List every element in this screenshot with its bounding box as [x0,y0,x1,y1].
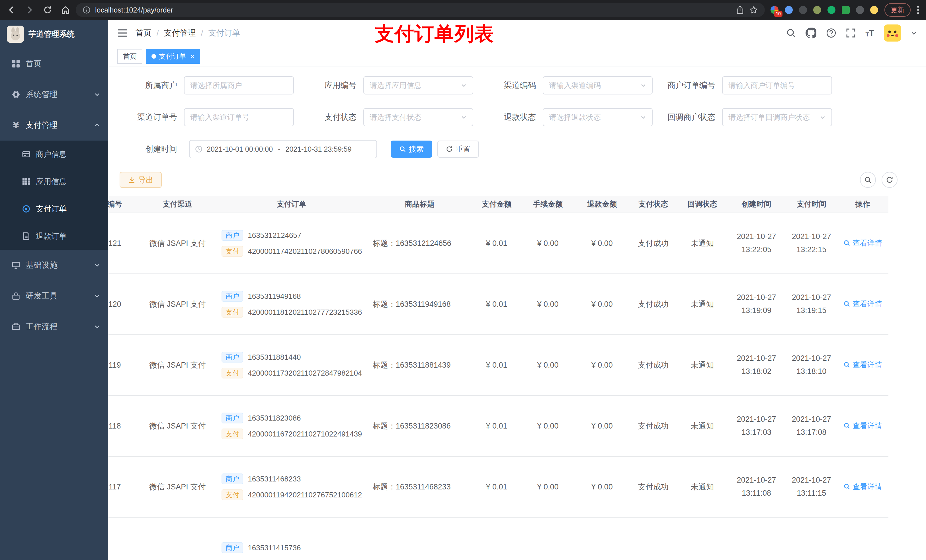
pay-tag: 支付 [221,489,243,500]
cell-id: 120 [108,274,139,335]
merchant-tag: 商户 [221,542,243,553]
search-icon[interactable] [786,28,796,38]
url-text: localhost:1024/pay/order [95,6,732,14]
font-size-icon[interactable]: TT [865,29,874,37]
browser-forward-button[interactable] [25,5,34,15]
pay-order-no: 4200001173202110272847982104 [248,369,362,377]
view-detail-link[interactable]: 查看详情 [843,421,882,431]
placeholder-text: 请选择所属商户 [190,80,287,91]
cell-notify-status: 未通知 [678,335,727,395]
sidebar-item-merchant-card[interactable]: 商户信息 [0,140,108,168]
cell-refund-amount: ¥ 0.00 [575,274,629,335]
sidebar-item-dev-tools[interactable]: 研发工具 [0,281,108,311]
sidebar-item-infra-monitor[interactable]: 基础设施 [0,250,108,281]
toggle-search-button[interactable] [860,172,876,188]
cell-goods-title [367,517,472,560]
sidebar-item-order-target[interactable]: 支付订单 [0,195,108,222]
filter-select[interactable]: 请选择订单回调商户状态 [722,108,832,126]
merchant-tag: 商户 [221,474,243,484]
user-avatar[interactable] [884,24,901,42]
breadcrumb-pay-management[interactable]: 支付管理 [164,27,196,38]
cell-actions: 查看详情 [837,335,888,395]
merchant-tag: 商户 [221,352,243,362]
github-icon[interactable] [805,27,816,38]
address-bar[interactable]: localhost:1024/pay/order [76,3,765,17]
filter-field: 应用编号请选择应用信息 [299,76,473,95]
filter-select[interactable]: 请选择支付状态 [363,108,473,126]
site-info-icon[interactable] [83,6,91,14]
filter-row-1: 所属商户请选择所属商户应用编号请选择应用信息渠道编码请输入渠道编码商户订单编号请… [120,76,915,95]
extension-emoji-icon[interactable] [870,6,878,14]
browser-back-button[interactable] [7,5,16,15]
view-detail-link[interactable]: 查看详情 [843,482,882,492]
clock-icon [195,145,203,153]
sidebar-item-home[interactable]: 首页 [0,48,108,79]
cell-notify-status: 未通知 [678,456,727,517]
extension-colorful-icon[interactable]: 10 [770,6,779,14]
chrome-update-button[interactable]: 更新 [884,3,911,17]
sidebar-item-app-grid[interactable]: 应用信息 [0,168,108,195]
pay-tag: 支付 [221,307,243,318]
cell-pay-status: 支付成功 [629,395,678,456]
tab-pay-order[interactable]: 支付订单 × [146,49,200,64]
app-shell: 芋道管理系统 首页系统管理¥支付管理商户信息应用信息支付订单退款订单基础设施研发… [0,20,926,560]
view-detail-link[interactable]: 查看详情 [843,360,882,370]
search-button[interactable]: 搜索 [391,140,432,158]
main-area: 首页 / 支付管理 / 支付订单 支付订单列表 TT 首页 支付订单 [108,20,926,560]
extension-blue-icon[interactable] [785,6,793,14]
date-range-picker[interactable]: 2021-10-01 00:00:00 - 2021-10-31 23:59:5… [189,140,377,158]
filter-select[interactable]: 请选择应用信息 [363,76,473,95]
fullscreen-icon[interactable] [846,28,856,38]
sidebar-item-label: 退款订单 [36,231,100,241]
refresh-table-button[interactable] [882,172,897,188]
extension-puzzle-icon[interactable] [856,6,864,14]
app-logo[interactable]: 芋道管理系统 [0,20,108,48]
extension-green-check-icon[interactable] [828,6,835,14]
col-channel: 支付渠道 [139,196,216,213]
filter-input[interactable]: 请选择所属商户 [184,76,294,95]
cell-notify-status: 未通知 [678,274,727,335]
filter-label: 支付状态 [299,112,363,123]
bookmark-star-icon[interactable] [749,6,758,14]
extension-green-square-icon[interactable] [842,6,850,14]
help-icon[interactable] [826,28,836,38]
export-button[interactable]: 导出 [120,172,162,188]
filter-select[interactable]: 请选择退款状态 [543,108,653,126]
tab-home[interactable]: 首页 [117,49,142,64]
merchant-tag: 商户 [221,413,243,423]
sidebar-item-label: 支付管理 [26,120,94,131]
filter-input[interactable]: 请输入商户订单编号 [722,76,832,95]
cell-fee-amount: ¥ 0.00 [521,213,575,274]
sidebar-item-yen[interactable]: ¥支付管理 [0,110,108,140]
chevron-up-icon [94,122,100,128]
chevron-down-icon [820,114,826,120]
cell-create-time: 2021-10-2713:18:02 [727,335,786,395]
avatar-caret-down-icon[interactable] [911,30,917,36]
view-detail-link[interactable]: 查看详情 [843,299,882,309]
sidebar-item-label: 工作流程 [26,321,94,332]
tab-close-icon[interactable]: × [190,53,195,60]
filter-input[interactable]: 请输入渠道订单号 [184,108,294,126]
browser-home-button[interactable] [61,5,70,15]
extension-olive-icon[interactable] [813,6,821,14]
cell-channel: 微信 JSAPI 支付 [139,456,216,517]
reset-button[interactable]: 重置 [437,140,479,158]
extension-dark-icon[interactable] [799,6,807,14]
breadcrumb-home[interactable]: 首页 [136,27,151,38]
sidebar-item-refund-doc[interactable]: 退款订单 [0,222,108,250]
orders-table: 编号支付渠道支付订单商品标题支付金额手续金额退款金额支付状态回调状态创建时间支付… [108,196,888,560]
sidebar-item-workflow-case[interactable]: 工作流程 [0,311,108,342]
share-icon[interactable] [736,6,744,14]
app-grid-icon [22,177,31,186]
browser-reload-button[interactable] [43,6,52,14]
merchant-card-icon [22,150,31,158]
cell-pay-time: 2021-10-2713:11:15 [786,456,837,517]
chrome-menu-icon[interactable] [917,5,919,15]
table-toolbar: 导出 [120,172,915,188]
view-detail-link[interactable]: 查看详情 [843,238,882,248]
hamburger-icon[interactable] [117,29,127,37]
magnifier-icon [843,240,850,246]
filter-select[interactable]: 请输入渠道编码 [543,76,653,95]
sidebar-item-gear[interactable]: 系统管理 [0,79,108,110]
cell-channel: 微信 JSAPI 支付 [139,395,216,456]
